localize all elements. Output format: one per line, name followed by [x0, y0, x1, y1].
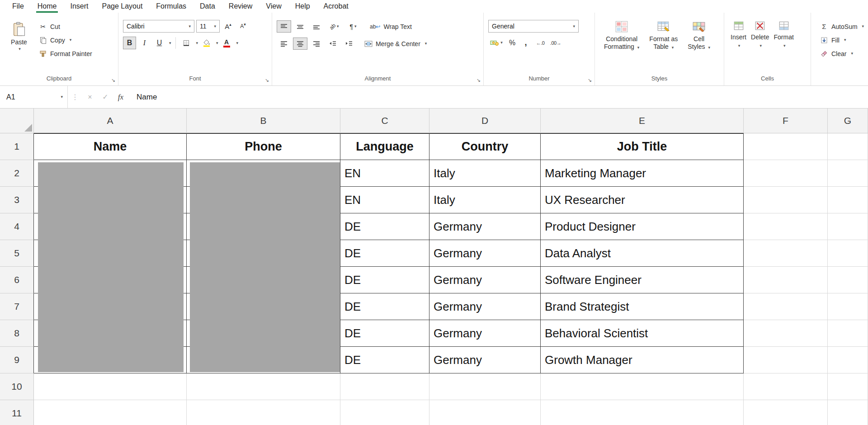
increase-font-size-button[interactable]: A▴ [222, 20, 235, 33]
text-direction-button[interactable]: ¶ ▾ [344, 20, 362, 33]
cell-D4[interactable]: Germany [429, 213, 541, 240]
row-header-5[interactable]: 5 [0, 240, 34, 267]
menu-view[interactable]: View [259, 0, 288, 13]
cell-F11[interactable] [744, 400, 828, 425]
column-header-G[interactable]: G [828, 109, 868, 133]
percent-style-button[interactable]: % [506, 39, 518, 47]
cell-C10[interactable] [340, 373, 429, 400]
format-painter-button[interactable]: Format Painter [37, 47, 94, 60]
row-header-2[interactable]: 2 [0, 160, 34, 187]
cell-F7[interactable] [744, 293, 828, 320]
cell-G8[interactable] [828, 320, 868, 347]
cell-C8[interactable]: DE [340, 320, 429, 347]
menu-insert[interactable]: Insert [63, 0, 95, 13]
cell-C2[interactable]: EN [340, 160, 429, 187]
autosum-button[interactable]: Σ AutoSum ▾ [818, 20, 866, 33]
cell-E2[interactable]: Marketing Manager [541, 160, 744, 187]
cell-F1[interactable] [744, 133, 828, 160]
enter-icon[interactable]: ✓ [98, 86, 113, 108]
row-header-10[interactable]: 10 [0, 373, 34, 400]
formula-input[interactable]: Name [128, 86, 868, 108]
increase-indent-button[interactable] [342, 38, 356, 50]
menu-help[interactable]: Help [288, 0, 317, 13]
cell-C3[interactable]: EN [340, 187, 429, 213]
cell-G11[interactable] [828, 400, 868, 425]
cell-F4[interactable] [744, 213, 828, 240]
cell-E6[interactable]: Software Engineer [541, 267, 744, 293]
bold-button[interactable]: B [123, 37, 136, 49]
align-middle-button[interactable] [293, 20, 307, 33]
align-center-button[interactable] [293, 38, 307, 50]
cell-G5[interactable] [828, 240, 868, 267]
cell-G6[interactable] [828, 267, 868, 293]
merge-center-button[interactable]: Merge & Center ▾ [363, 37, 429, 50]
copy-button[interactable]: Copy ▾ [37, 33, 94, 47]
cell-D1[interactable]: Country [429, 133, 541, 160]
font-color-button[interactable]: A [220, 37, 233, 49]
menu-formulas[interactable]: Formulas [149, 0, 193, 13]
cell-B11[interactable] [187, 400, 340, 425]
cell-D2[interactable]: Italy [429, 160, 541, 187]
cell-E9[interactable]: Growth Manager [541, 347, 744, 373]
cell-G4[interactable] [828, 213, 868, 240]
cell-F6[interactable] [744, 267, 828, 293]
cell-A1[interactable]: Name [34, 133, 187, 160]
decrease-font-size-button[interactable]: A▾ [236, 20, 250, 33]
cell-A10[interactable] [34, 373, 187, 400]
format-as-table-button[interactable]: Format as Table ▾ [645, 20, 682, 51]
cell-D5[interactable]: Germany [429, 240, 541, 267]
cell-E5[interactable]: Data Analyst [541, 240, 744, 267]
menu-review[interactable]: Review [222, 0, 259, 13]
row-header-9[interactable]: 9 [0, 347, 34, 373]
cell-G9[interactable] [828, 347, 868, 373]
cell-G7[interactable] [828, 293, 868, 320]
cell-C11[interactable] [340, 400, 429, 425]
row-header-11[interactable]: 11 [0, 400, 34, 425]
cell-A11[interactable] [34, 400, 187, 425]
cell-G3[interactable] [828, 187, 868, 213]
comma-style-button[interactable]: , [520, 38, 532, 47]
cell-E1[interactable]: Job Title [541, 133, 744, 160]
cell-C4[interactable]: DE [340, 213, 429, 240]
font-size-select[interactable]: 11 ▾ [196, 20, 220, 33]
cell-E10[interactable] [541, 373, 744, 400]
cell-C1[interactable]: Language [340, 133, 429, 160]
select-all-corner[interactable] [0, 109, 34, 133]
paste-button[interactable]: Paste ▾ [5, 20, 33, 74]
cell-F5[interactable] [744, 240, 828, 267]
row-header-3[interactable]: 3 [0, 187, 34, 213]
cell-F8[interactable] [744, 320, 828, 347]
italic-button[interactable]: I [138, 37, 151, 49]
cell-D11[interactable] [429, 400, 541, 425]
cell-C9[interactable]: DE [340, 347, 429, 373]
cell-G1[interactable] [828, 133, 868, 160]
cell-C5[interactable]: DE [340, 240, 429, 267]
number-dialog-launcher-icon[interactable]: ↘ [588, 78, 592, 83]
borders-button[interactable] [180, 37, 193, 49]
cell-E3[interactable]: UX Researcher [541, 187, 744, 213]
menu-home[interactable]: Home [31, 0, 64, 13]
accounting-format-button[interactable]: ▾ [488, 37, 505, 49]
menu-data[interactable]: Data [193, 0, 222, 13]
clear-button[interactable]: Clear ▾ [818, 47, 866, 60]
cell-D10[interactable] [429, 373, 541, 400]
format-cells-button[interactable]: Format▾ [772, 20, 795, 49]
conditional-formatting-button[interactable]: Conditional Formatting ▾ [599, 20, 644, 51]
column-header-A[interactable]: A [34, 109, 187, 133]
clipboard-dialog-launcher-icon[interactable]: ↘ [111, 78, 115, 83]
decrease-decimal-button[interactable]: .00→ [549, 40, 562, 46]
cell-D3[interactable]: Italy [429, 187, 541, 213]
cut-button[interactable]: ✂ Cut [37, 20, 94, 33]
fill-button[interactable]: Fill ▾ [818, 33, 866, 47]
row-header-1[interactable]: 1 [0, 133, 34, 160]
row-header-4[interactable]: 4 [0, 213, 34, 240]
align-right-button[interactable] [309, 38, 324, 50]
cell-D8[interactable]: Germany [429, 320, 541, 347]
alignment-dialog-launcher-icon[interactable]: ↘ [476, 78, 481, 83]
cell-E8[interactable]: Behavioral Scientist [541, 320, 744, 347]
number-format-select[interactable]: General ▾ [488, 20, 579, 33]
cell-B10[interactable] [187, 373, 340, 400]
row-header-8[interactable]: 8 [0, 320, 34, 347]
column-header-E[interactable]: E [541, 109, 744, 133]
column-header-D[interactable]: D [429, 109, 541, 133]
